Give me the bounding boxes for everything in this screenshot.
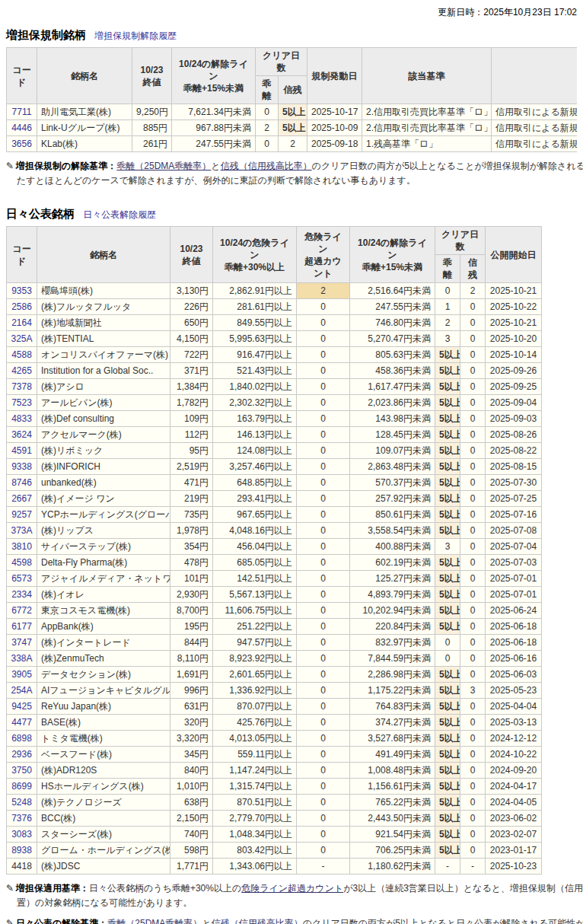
stock-code-link[interactable]: 5248 <box>11 797 32 808</box>
stock-code-link[interactable]: 7523 <box>11 397 32 408</box>
kairi-clear-days-cell: 0 <box>435 283 460 299</box>
stock-code-cell: 8699 <box>7 779 37 795</box>
margin-regulation-table: コード 銘柄名 10/23 終値 10/24の解除ライン 乖離+15%未満 クリ… <box>6 47 577 152</box>
daily-disclosure-history-link[interactable]: 日々公表解除履歴 <box>83 209 156 220</box>
stock-code-link[interactable]: 9338 <box>11 461 32 472</box>
kairi-clear-days-cell: 5以上 <box>435 715 460 731</box>
table-row: 9257YCPホールディングス(グローバ..735円967.65円以上0850.… <box>7 507 542 523</box>
danger-count-cell: 0 <box>297 795 350 811</box>
stock-code-link[interactable]: 254A <box>11 685 32 696</box>
kairi-clear-days-cell: 5以上 <box>435 763 460 779</box>
stock-code-link[interactable]: 3810 <box>11 541 32 552</box>
stock-code-link[interactable]: 9353 <box>11 285 32 296</box>
stock-code-link[interactable]: 7711 <box>12 107 32 117</box>
disclosure-date-cell: 2025-06-03 <box>486 667 542 683</box>
stock-code-link[interactable]: 4477 <box>11 717 32 728</box>
stock-code-link[interactable]: 2667 <box>11 493 32 504</box>
margin-regulation-history-link[interactable]: 増担保規制解除履歴 <box>94 30 177 41</box>
stock-code-link[interactable]: 3624 <box>11 429 32 440</box>
disclosure-date-cell: 2025-07-25 <box>486 491 542 507</box>
table-row: 8699HSホールディングス(株)1,010円1,315.74円以上01,156… <box>7 779 542 795</box>
stock-code-link[interactable]: 4598 <box>11 557 32 568</box>
stock-code-link[interactable]: 2586 <box>11 301 32 312</box>
stock-code-link[interactable]: 4591 <box>11 445 32 456</box>
danger-line-cell: 4,048.16円以上 <box>213 523 297 539</box>
stock-code-link[interactable]: 373A <box>11 525 32 536</box>
stock-code-link[interactable]: 2164 <box>11 317 32 328</box>
stock-code-link[interactable]: 3905 <box>11 669 32 680</box>
note-text: 日々公表銘柄のうち乖離+30%以上の <box>89 883 241 894</box>
release-line-cell: 2,863.48円未満 <box>350 459 435 475</box>
release-line-cell: 5,270.47円未満 <box>350 331 435 347</box>
kairi-clear-days-cell: 5以上 <box>435 555 460 571</box>
disclosure-date-cell: 2025-07-01 <box>486 587 542 603</box>
page: 更新日時：2025年10月23日 17:02 増担保規制銘柄 増担保規制解除履歴… <box>0 0 583 924</box>
stock-code-link[interactable]: 7376 <box>11 813 32 824</box>
stock-code-link[interactable]: 4265 <box>11 365 32 376</box>
stock-name-cell: (株)地域新聞社 <box>37 315 170 331</box>
regulation-date-cell: 2025-10-09 <box>307 120 362 136</box>
release-line-cell: 570.37円未満 <box>350 475 435 491</box>
stock-code-link[interactable]: 8699 <box>11 781 32 792</box>
close-price-cell: 1,384円 <box>170 379 213 395</box>
note-term-link[interactable]: 危険ライン超過カウント <box>241 883 343 894</box>
stock-code-link[interactable]: 9425 <box>11 701 32 712</box>
note-term-link[interactable]: 信残（信用残高比率） <box>212 918 303 924</box>
table-row: 9353櫻島埠頭(株)3,130円2,862.91円以上22,516.64円未満… <box>7 283 542 299</box>
stock-name-cell: (株)アシロ <box>37 379 170 395</box>
stock-code-link[interactable]: 3083 <box>11 829 32 840</box>
table-row: 9425ReYuu Japan(株)631円870.07円以上0764.83円未… <box>7 699 542 715</box>
stock-code-link[interactable]: 6573 <box>11 573 32 584</box>
col-header-kairi: 乖離 <box>435 255 460 283</box>
danger-line-cell: 685.05円以上 <box>213 555 297 571</box>
danger-line-cell: 124.08円以上 <box>213 443 297 459</box>
table-row: 4265Institution for a Global Soc..371円52… <box>7 363 542 379</box>
kairi-clear-days-cell: 0 <box>435 651 460 667</box>
disclosure-date-cell: 2024-04-17 <box>486 779 542 795</box>
stock-code-link[interactable]: 7378 <box>11 381 32 392</box>
shinzan-clear-days-cell: 0 <box>460 443 486 459</box>
danger-line-cell: 5,995.63円以上 <box>213 331 297 347</box>
stock-code-link[interactable]: 8938 <box>11 845 32 855</box>
stock-code-link[interactable]: 4446 <box>11 123 32 133</box>
stock-code-link[interactable]: 2936 <box>11 749 32 760</box>
note-margin-release-criteria: ✎増担保規制の解除基準：乖離（25DMA乖離率）と信残（信用残高比率）のクリア日… <box>6 159 583 187</box>
stock-code-link[interactable]: 6772 <box>11 605 32 616</box>
shinzan-clear-days-cell: 0 <box>460 715 486 731</box>
stock-code-cell: 325A <box>7 331 37 347</box>
danger-line-cell: 11,606.75円以上 <box>213 603 297 619</box>
release-line-cell: 2,516.64円未満 <box>350 283 435 299</box>
stock-code-link[interactable]: 3747 <box>11 637 32 648</box>
stock-code-cell: 2667 <box>7 491 37 507</box>
stock-code-cell: 3656 <box>7 136 37 152</box>
note-term-link[interactable]: 乖離（25DMA乖離率） <box>116 161 211 171</box>
stock-code-link[interactable]: 6177 <box>11 621 32 632</box>
shinzan-clear-days-cell: 0 <box>460 395 486 411</box>
margin-regulation-table-wrapper: コード 銘柄名 10/23 終値 10/24の解除ライン 乖離+15%未満 クリ… <box>6 47 577 152</box>
table-row: 4598Delta-Fly Pharma(株)478円685.05円以上0602… <box>7 555 542 571</box>
table-row: 8938グローム・ホールディングス(株)598円803.42円以上0706.25… <box>7 843 542 859</box>
stock-code-link[interactable]: 4833 <box>11 413 32 424</box>
stock-code-link[interactable]: 338A <box>11 653 32 664</box>
danger-line-cell: 2,302.32円以上 <box>213 395 297 411</box>
disclosure-date-cell: 2025-10-21 <box>486 315 542 331</box>
stock-code-link[interactable]: 4588 <box>11 349 32 360</box>
stock-code-link[interactable]: 9257 <box>11 509 32 520</box>
stock-code-link[interactable]: 8746 <box>11 477 32 488</box>
stock-code-link[interactable]: 3750 <box>11 765 32 776</box>
note-term-link[interactable]: 乖離（25DMA乖離率） <box>107 918 202 924</box>
release-line-cell: 491.49円未満 <box>350 747 435 763</box>
note-term-link[interactable]: 信残（信用残高比率） <box>221 161 312 171</box>
shinzan-clear-days-cell: 0 <box>460 795 486 811</box>
disclosure-date-cell: 2025-09-04 <box>486 395 542 411</box>
release-line-cell: 2,286.98円未満 <box>350 667 435 683</box>
shinzan-clear-days-cell: 0 <box>460 331 486 347</box>
stock-code-link[interactable]: 325A <box>11 333 32 344</box>
stock-code-link[interactable]: 2334 <box>11 589 32 600</box>
stock-code-link[interactable]: 3656 <box>11 139 32 149</box>
kairi-clear-days-cell: 5以上 <box>435 443 460 459</box>
stock-name-cell: (株)ZenmuTech <box>37 651 170 667</box>
section-header-daily-disclosure: 日々公表銘柄 日々公表解除履歴 <box>6 207 583 221</box>
kairi-clear-days-cell: 5以上 <box>435 491 460 507</box>
stock-code-link[interactable]: 6898 <box>11 733 32 744</box>
